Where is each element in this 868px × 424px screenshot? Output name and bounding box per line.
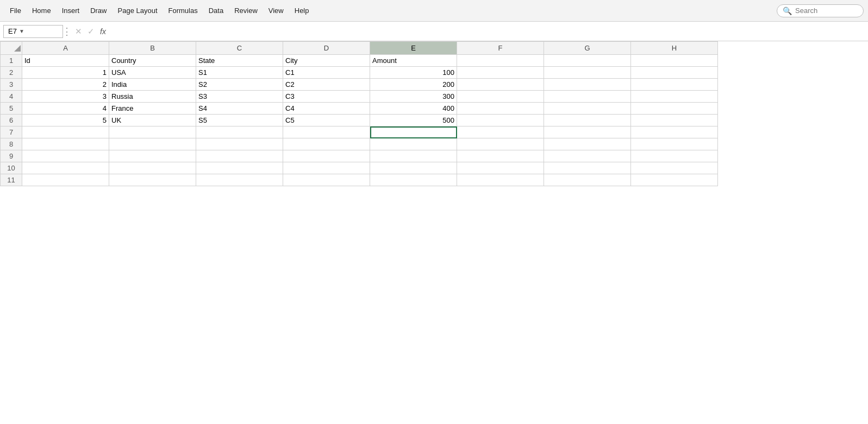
row-num-1[interactable]: 1: [1, 55, 22, 67]
cell-D5[interactable]: C4: [283, 103, 370, 115]
cell-H8[interactable]: [631, 138, 718, 150]
cell-D8[interactable]: [283, 138, 370, 150]
cell-E10[interactable]: [370, 162, 457, 174]
cell-H7[interactable]: [631, 126, 718, 138]
cell-F10[interactable]: [457, 162, 544, 174]
cell-A6[interactable]: 5: [22, 115, 109, 126]
cell-D7[interactable]: [283, 126, 370, 138]
cell-C10[interactable]: [196, 162, 283, 174]
cell-B6[interactable]: UK: [109, 115, 196, 126]
formula-cancel-icon[interactable]: ✕: [75, 27, 82, 36]
cell-G1[interactable]: [544, 55, 631, 67]
cell-H10[interactable]: [631, 162, 718, 174]
cell-reference-box[interactable]: E7 ▼: [3, 25, 63, 38]
cell-E4[interactable]: 300: [370, 91, 457, 103]
row-num-9[interactable]: 9: [1, 150, 22, 162]
cell-G7[interactable]: [544, 126, 631, 138]
cell-F7[interactable]: [457, 126, 544, 138]
col-header-D[interactable]: D: [283, 42, 370, 55]
cell-D2[interactable]: C1: [283, 67, 370, 79]
cell-E1[interactable]: Amount: [370, 55, 457, 67]
row-num-7[interactable]: 7: [1, 126, 22, 138]
cell-A9[interactable]: [22, 150, 109, 162]
cell-F8[interactable]: [457, 138, 544, 150]
cell-D10[interactable]: [283, 162, 370, 174]
cell-B8[interactable]: [109, 138, 196, 150]
cell-G8[interactable]: [544, 138, 631, 150]
row-num-2[interactable]: 2: [1, 67, 22, 79]
cell-E6[interactable]: 500: [370, 115, 457, 126]
cell-A5[interactable]: 4: [22, 103, 109, 115]
cell-B11[interactable]: [109, 174, 196, 186]
cell-F9[interactable]: [457, 150, 544, 162]
row-num-11[interactable]: 11: [1, 174, 22, 186]
cell-B5[interactable]: France: [109, 103, 196, 115]
cell-A10[interactable]: [22, 162, 109, 174]
menu-page-layout[interactable]: Page Layout: [113, 4, 163, 17]
col-header-B[interactable]: B: [109, 42, 196, 55]
cell-G9[interactable]: [544, 150, 631, 162]
cell-C1[interactable]: State: [196, 55, 283, 67]
cell-G2[interactable]: [544, 67, 631, 79]
menu-insert[interactable]: Insert: [57, 4, 85, 17]
cell-E9[interactable]: [370, 150, 457, 162]
formula-confirm-icon[interactable]: ✓: [88, 27, 95, 36]
cell-D3[interactable]: C2: [283, 79, 370, 91]
cell-E5[interactable]: 400: [370, 103, 457, 115]
cell-C4[interactable]: S3: [196, 91, 283, 103]
cell-G5[interactable]: [544, 103, 631, 115]
cell-B7[interactable]: [109, 126, 196, 138]
row-num-4[interactable]: 4: [1, 91, 22, 103]
cell-A4[interactable]: 3: [22, 91, 109, 103]
cell-A1[interactable]: Id: [22, 55, 109, 67]
cell-D9[interactable]: [283, 150, 370, 162]
search-area[interactable]: 🔍: [777, 4, 864, 17]
menu-view[interactable]: View: [263, 4, 289, 17]
menu-draw[interactable]: Draw: [85, 4, 112, 17]
cell-F2[interactable]: [457, 67, 544, 79]
cell-A3[interactable]: 2: [22, 79, 109, 91]
cell-F4[interactable]: [457, 91, 544, 103]
cell-G3[interactable]: [544, 79, 631, 91]
cell-F3[interactable]: [457, 79, 544, 91]
cell-ref-dropdown-icon[interactable]: ▼: [19, 28, 24, 34]
cell-H1[interactable]: [631, 55, 718, 67]
cell-B9[interactable]: [109, 150, 196, 162]
cell-D1[interactable]: City: [283, 55, 370, 67]
row-num-5[interactable]: 5: [1, 103, 22, 115]
cell-D6[interactable]: C5: [283, 115, 370, 126]
cell-F11[interactable]: [457, 174, 544, 186]
cell-E8[interactable]: [370, 138, 457, 150]
search-input[interactable]: [795, 7, 850, 15]
cell-F1[interactable]: [457, 55, 544, 67]
menu-home[interactable]: Home: [27, 4, 57, 17]
cell-C8[interactable]: [196, 138, 283, 150]
cell-A7[interactable]: [22, 126, 109, 138]
cell-E7[interactable]: [370, 126, 457, 138]
cell-B4[interactable]: Russia: [109, 91, 196, 103]
col-header-E[interactable]: E: [370, 42, 457, 55]
cell-B3[interactable]: India: [109, 79, 196, 91]
cell-C7[interactable]: [196, 126, 283, 138]
cell-A2[interactable]: 1: [22, 67, 109, 79]
col-header-C[interactable]: C: [196, 42, 283, 55]
cell-H2[interactable]: [631, 67, 718, 79]
cell-G11[interactable]: [544, 174, 631, 186]
cell-F5[interactable]: [457, 103, 544, 115]
cell-B2[interactable]: USA: [109, 67, 196, 79]
cell-H6[interactable]: [631, 115, 718, 126]
cell-C11[interactable]: [196, 174, 283, 186]
col-header-H[interactable]: H: [631, 42, 718, 55]
row-num-10[interactable]: 10: [1, 162, 22, 174]
cell-C2[interactable]: S1: [196, 67, 283, 79]
cell-H4[interactable]: [631, 91, 718, 103]
menu-formulas[interactable]: Formulas: [163, 4, 203, 17]
cell-D4[interactable]: C3: [283, 91, 370, 103]
row-num-3[interactable]: 3: [1, 79, 22, 91]
cell-E2[interactable]: 100: [370, 67, 457, 79]
cell-B10[interactable]: [109, 162, 196, 174]
cell-C3[interactable]: S2: [196, 79, 283, 91]
cell-H11[interactable]: [631, 174, 718, 186]
col-header-G[interactable]: G: [544, 42, 631, 55]
cell-D11[interactable]: [283, 174, 370, 186]
